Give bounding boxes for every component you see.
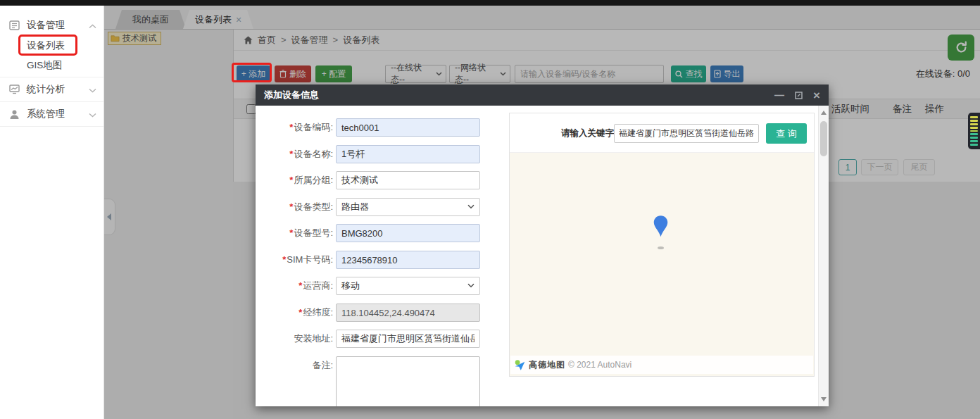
required-asterisk: * bbox=[289, 201, 293, 212]
form-row-sim: *SIM卡号码: bbox=[256, 251, 498, 269]
required-asterisk: * bbox=[299, 307, 302, 318]
chevron-up-icon bbox=[89, 20, 96, 31]
coordinates-input bbox=[336, 304, 480, 322]
install-address-input[interactable] bbox=[336, 330, 480, 348]
sidebar-item-label: GIS地图 bbox=[27, 59, 62, 72]
autonavi-logo bbox=[514, 359, 526, 371]
sim-number-input[interactable] bbox=[336, 251, 480, 269]
form-row-group: *所属分组: bbox=[256, 171, 498, 189]
form-row-device-code: *设备编码: bbox=[256, 118, 498, 137]
divider bbox=[0, 126, 103, 127]
map-canvas[interactable]: 高德地图 © 2021 AutoNavi bbox=[510, 153, 814, 376]
system-user-icon bbox=[9, 109, 21, 120]
required-asterisk: * bbox=[299, 280, 302, 291]
device-code-input[interactable] bbox=[336, 118, 480, 137]
form-row-device-name: *设备名称: bbox=[256, 145, 498, 163]
divider bbox=[0, 101, 103, 102]
keyword-input[interactable] bbox=[614, 124, 759, 143]
sidebar-item-label: 设备列表 bbox=[27, 39, 65, 52]
field-label: *设备名称: bbox=[256, 145, 333, 163]
field-label: *设备类型: bbox=[256, 198, 333, 216]
map-search-bar: 请输入关键字: 查 询 bbox=[510, 113, 814, 153]
form-row-operator: *运营商: 移动 bbox=[256, 277, 498, 295]
form-row-remark: 备注: bbox=[256, 356, 498, 406]
query-button[interactable]: 查 询 bbox=[766, 123, 807, 144]
device-type-value: 路由器 bbox=[341, 201, 369, 213]
add-device-modal: 添加设备信息 — × *设备编码: *设备名称: *所属分组: *设备类型: 路… bbox=[256, 85, 829, 406]
required-asterisk: * bbox=[289, 227, 293, 238]
divider bbox=[0, 77, 103, 77]
form-row-address: 安装地址: bbox=[256, 330, 498, 348]
device-model-input[interactable] bbox=[336, 224, 480, 242]
scrollbar-thumb[interactable] bbox=[820, 121, 827, 156]
sidebar-group-label: 系统管理 bbox=[27, 108, 65, 120]
map-copyright: © 2021 AutoNavi bbox=[568, 360, 632, 370]
form-row-coordinates: *经纬度: bbox=[256, 304, 498, 322]
minimize-button[interactable]: — bbox=[774, 90, 784, 100]
field-label-text: 运营商: bbox=[303, 280, 333, 291]
scroll-up-arrow[interactable] bbox=[821, 111, 827, 115]
field-label: *经纬度: bbox=[256, 304, 333, 322]
chevron-down-icon bbox=[89, 85, 96, 95]
device-group-input[interactable] bbox=[336, 171, 480, 189]
maximize-button[interactable] bbox=[795, 92, 803, 99]
sidebar-group-device-management[interactable]: 设备管理 bbox=[0, 15, 103, 36]
operator-value: 移动 bbox=[341, 280, 360, 292]
chevron-down-icon bbox=[467, 204, 475, 209]
form-row-device-type: *设备类型: 路由器 bbox=[256, 198, 498, 216]
field-label: *所属分组: bbox=[256, 171, 333, 189]
map-attribution: 高德地图 © 2021 AutoNavi bbox=[510, 356, 813, 374]
required-asterisk: * bbox=[289, 149, 293, 159]
ime-indicator[interactable] bbox=[968, 113, 980, 149]
field-label: 安装地址: bbox=[256, 330, 333, 348]
sidebar-group-system[interactable]: 系统管理 bbox=[0, 104, 103, 125]
remark-textarea[interactable] bbox=[336, 356, 480, 406]
field-label-text: 备注: bbox=[312, 360, 333, 370]
pin-shadow bbox=[658, 246, 664, 249]
field-label: *SIM卡号码: bbox=[256, 251, 333, 269]
field-label-text: 安装地址: bbox=[294, 333, 333, 344]
sidebar-group-label: 设备管理 bbox=[27, 19, 65, 32]
scroll-down-arrow[interactable] bbox=[821, 397, 827, 401]
field-label: *设备编码: bbox=[256, 118, 333, 137]
chevron-down-icon bbox=[89, 109, 96, 120]
device-management-icon bbox=[9, 20, 21, 31]
statistics-icon bbox=[9, 85, 21, 95]
modal-window-controls: — × bbox=[774, 85, 820, 106]
sidebar-item-device-list[interactable]: 设备列表 bbox=[0, 36, 103, 56]
field-label-text: 设备型号: bbox=[294, 227, 333, 238]
form-row-device-model: *设备型号: bbox=[256, 224, 498, 242]
keyword-label: 请输入关键字: bbox=[561, 113, 617, 153]
sidebar: 设备管理 设备列表 GIS地图 统计分析 系统管理 bbox=[0, 6, 104, 419]
sidebar-item-gis-map[interactable]: GIS地图 bbox=[0, 56, 103, 75]
sidebar-group-label: 统计分析 bbox=[27, 83, 65, 96]
field-label-text: 经纬度: bbox=[303, 307, 333, 318]
required-asterisk: * bbox=[282, 254, 286, 265]
map-brand: 高德地图 bbox=[529, 359, 565, 371]
field-label-text: 设备名称: bbox=[294, 149, 333, 159]
chevron-down-icon bbox=[467, 283, 475, 288]
map-pin-icon bbox=[653, 215, 669, 238]
modal-title: 添加设备信息 bbox=[264, 89, 319, 100]
field-label: 备注: bbox=[256, 356, 333, 375]
field-label: *运营商: bbox=[256, 277, 333, 295]
map-panel: 请输入关键字: 查 询 高德地图 © 2021 AutoNavi bbox=[509, 113, 815, 377]
operator-select[interactable]: 移动 bbox=[336, 277, 480, 295]
required-asterisk: * bbox=[289, 175, 293, 185]
required-asterisk: * bbox=[289, 122, 293, 132]
field-label-text: 设备类型: bbox=[294, 201, 333, 212]
close-button[interactable]: × bbox=[813, 89, 820, 101]
maximize-icon bbox=[795, 92, 803, 99]
field-label-text: SIM卡号码: bbox=[287, 254, 333, 265]
modal-header[interactable]: 添加设备信息 — × bbox=[256, 85, 829, 106]
field-label-text: 所属分组: bbox=[294, 175, 333, 185]
device-name-input[interactable] bbox=[336, 145, 480, 163]
field-label-text: 设备编码: bbox=[294, 122, 333, 132]
modal-scrollbar[interactable] bbox=[818, 106, 829, 406]
modal-body: *设备编码: *设备名称: *所属分组: *设备类型: 路由器 *设备型号: *… bbox=[256, 106, 818, 406]
top-black-bar bbox=[0, 0, 980, 6]
sidebar-group-statistics[interactable]: 统计分析 bbox=[0, 79, 103, 100]
device-type-select[interactable]: 路由器 bbox=[336, 198, 480, 216]
field-label: *设备型号: bbox=[256, 224, 333, 242]
